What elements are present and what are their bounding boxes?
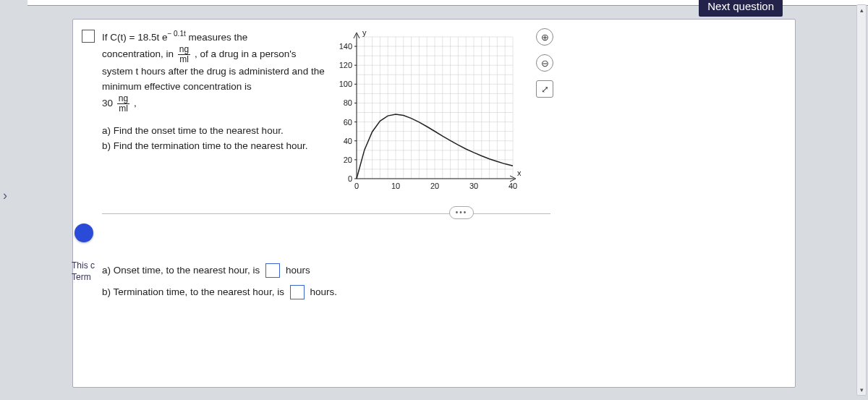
svg-text:10: 10 [391, 182, 400, 190]
x-axis-label: x [517, 169, 522, 177]
svg-text:20: 20 [344, 156, 352, 164]
scroll-down-arrow-icon[interactable]: ▾ [857, 385, 866, 395]
frac1-den: ml [178, 55, 190, 64]
frac1-num: ng [178, 45, 190, 55]
scroll-up-arrow-icon[interactable]: ▴ [857, 5, 866, 15]
problem-line1-pre: If C(t) = 18.5t e [102, 32, 167, 43]
svg-text:0: 0 [354, 182, 359, 190]
answer-a-post: hours [286, 265, 310, 276]
prev-nav-chevron[interactable]: › [3, 188, 7, 203]
page-scrollbar[interactable]: ▴ ▾ [856, 4, 867, 396]
svg-text:140: 140 [339, 42, 352, 51]
y-axis-label: y [362, 28, 367, 37]
termination-time-input[interactable] [290, 285, 305, 299]
side-tab-line2: Term [72, 272, 98, 284]
divider [102, 213, 550, 214]
part-a-text: a) Find the onset time to the nearest ho… [102, 125, 284, 136]
side-tab-line1: This c [72, 260, 98, 272]
svg-text:40: 40 [344, 137, 352, 145]
next-question-button[interactable]: Next question [699, 0, 783, 17]
svg-text:60: 60 [344, 118, 352, 127]
min-conc-coef: 30 [102, 98, 113, 108]
frac2-num: ng [117, 94, 129, 104]
svg-text:40: 40 [509, 182, 517, 190]
svg-text:120: 120 [339, 61, 352, 69]
svg-text:100: 100 [339, 80, 352, 88]
part-b-text: b) Find the termination time to the near… [102, 140, 307, 151]
svg-text:20: 20 [430, 182, 439, 190]
side-tab-labels: This c Term [72, 260, 98, 283]
progress-knob[interactable] [75, 224, 93, 242]
answer-a-pre: a) Onset time, to the nearest hour, is [102, 265, 263, 276]
answer-b-pre: b) Termination time, to the nearest hour… [102, 286, 287, 297]
frac2-den: ml [117, 104, 129, 114]
zoom-in-icon[interactable]: ⊕ [536, 28, 553, 46]
svg-text:80: 80 [344, 98, 352, 107]
concentration-chart: 020406080100120140 010203040 y x [326, 27, 529, 200]
svg-text:0: 0 [348, 174, 352, 183]
min-conc-tail: , [134, 98, 137, 108]
problem-line3: system t hours after the drug is adminis… [102, 66, 325, 92]
onset-time-input[interactable] [265, 263, 280, 278]
fraction-ng-ml-1: ng ml [178, 45, 190, 64]
problem-exponent: − 0.1t [167, 30, 185, 38]
more-options-pill[interactable]: ••• [449, 206, 474, 219]
answer-area: a) Onset time, to the nearest hour, is h… [102, 260, 337, 302]
problem-line2-pre: concentration, in [102, 48, 176, 59]
problem-statement: If C(t) = 18.5t e− 0.1t measures the con… [102, 28, 326, 153]
answer-b-post: hours. [310, 286, 337, 297]
problem-line1-post: measures the [186, 32, 248, 43]
svg-text:30: 30 [469, 182, 478, 190]
zoom-out-icon[interactable]: ⊖ [536, 54, 553, 72]
question-checkbox[interactable] [82, 30, 95, 43]
chart-toolbar: ⊕ ⊖ ⤢ [536, 28, 553, 98]
expand-icon[interactable]: ⤢ [536, 80, 553, 98]
fraction-ng-ml-2: ng ml [117, 94, 129, 113]
problem-line2-post: , of a drug in a person's [195, 48, 297, 59]
question-panel: If C(t) = 18.5t e− 0.1t measures the con… [72, 19, 796, 388]
